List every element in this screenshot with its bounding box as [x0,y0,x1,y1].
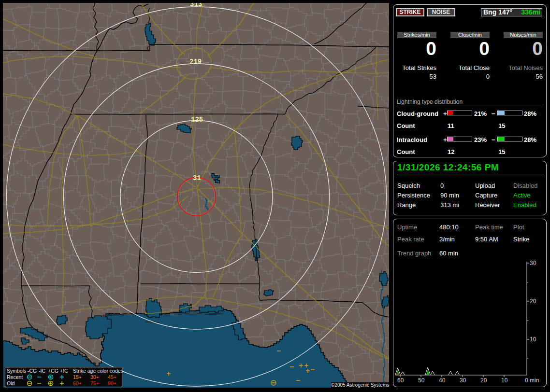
svg-text:0 min: 0 min [525,377,539,384]
svg-text:31: 31 [193,174,201,182]
svg-text:219: 219 [189,58,202,66]
svg-text:10: 10 [530,336,536,343]
svg-text:20: 20 [530,298,536,305]
svg-text:20: 20 [480,377,487,384]
svg-text:40: 40 [439,377,446,384]
svg-text:30: 30 [460,377,466,384]
svg-text:125: 125 [191,116,203,124]
svg-text:30: 30 [530,260,536,266]
svg-text:50: 50 [418,377,425,384]
svg-text:10: 10 [501,377,508,384]
svg-text:60: 60 [397,377,404,384]
svg-text:313: 313 [190,3,202,8]
